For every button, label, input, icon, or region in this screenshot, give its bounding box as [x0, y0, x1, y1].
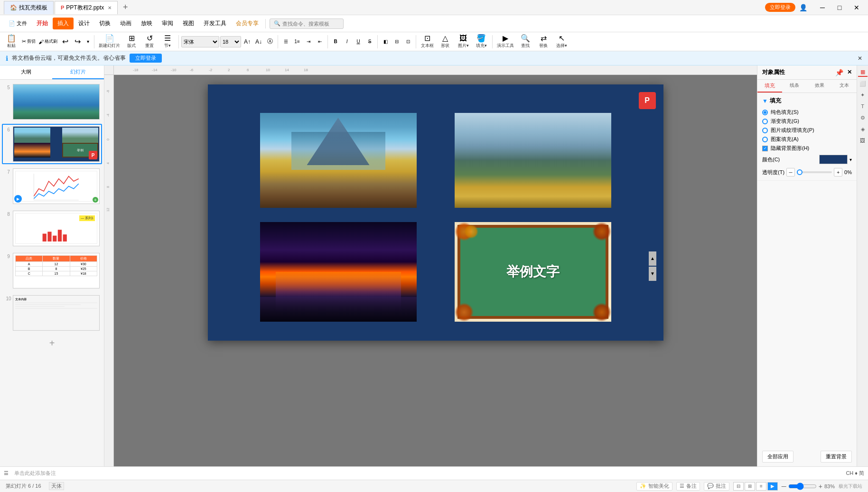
- transparency-plus-button[interactable]: +: [834, 168, 842, 176]
- picture-button[interactable]: 🖼 图片▾: [455, 33, 472, 50]
- transparency-minus-button[interactable]: ─: [786, 168, 795, 176]
- menu-developer[interactable]: 开发工具: [199, 18, 231, 29]
- align-center-button[interactable]: ⊟: [392, 33, 402, 50]
- menu-design[interactable]: 设计: [74, 18, 94, 29]
- view-outline-button[interactable]: ≡: [756, 482, 766, 491]
- comment-button[interactable]: 💬 批注: [704, 482, 729, 491]
- scroll-up-button[interactable]: ▲: [649, 251, 656, 266]
- view-normal-button[interactable]: ⊟: [733, 482, 744, 491]
- infobar-close-button[interactable]: ✕: [858, 55, 862, 62]
- slide-item-9[interactable]: 9 品类 数量 价格 A12¥30 B8¥25 C15¥18: [2, 251, 102, 291]
- find-button[interactable]: 🔍 查找: [517, 33, 534, 50]
- side-icon-fill[interactable]: ▦: [858, 67, 868, 77]
- format-button[interactable]: 🖌 格式刷: [37, 33, 58, 50]
- menu-file[interactable]: 📄 文件: [4, 18, 32, 29]
- side-icon-picture[interactable]: 🖼: [858, 136, 868, 145]
- align-left-button[interactable]: ◧: [380, 33, 391, 50]
- panel-close-button[interactable]: ✕: [847, 69, 852, 76]
- strike-button[interactable]: S: [364, 33, 375, 50]
- add-slide-button[interactable]: +: [2, 335, 102, 352]
- notes-button[interactable]: ☰ 备注: [676, 482, 700, 491]
- slide-scroll-area[interactable]: P: [114, 75, 757, 466]
- slide-canvas[interactable]: P: [208, 84, 663, 341]
- scroll-down-button[interactable]: ▼: [649, 267, 656, 281]
- menu-insert[interactable]: 插入: [53, 18, 74, 29]
- font-grow-button[interactable]: A↑: [242, 33, 252, 50]
- menu-present[interactable]: 放映: [136, 18, 157, 29]
- side-icon-effect[interactable]: ✦: [858, 90, 868, 100]
- undo-button[interactable]: ↩: [59, 33, 71, 50]
- layout-button[interactable]: ⊞ 版式: [123, 33, 140, 50]
- paste-button[interactable]: 📋 粘贴: [3, 33, 20, 50]
- zoom-plus-button[interactable]: +: [819, 483, 822, 490]
- menu-member[interactable]: 会员专享: [231, 18, 263, 29]
- image-city-night[interactable]: [260, 222, 417, 322]
- align-right-button[interactable]: ⊡: [403, 33, 413, 50]
- slide-item-5[interactable]: 5: [2, 82, 102, 122]
- zoom-minus-button[interactable]: ─: [782, 483, 786, 490]
- maximize-button[interactable]: □: [832, 1, 847, 14]
- bullet-button[interactable]: ☰: [280, 33, 291, 50]
- radio-hide-bg[interactable]: ✓ 隐藏背景图形(H): [762, 145, 852, 152]
- minimize-button[interactable]: ─: [815, 1, 830, 14]
- radio-solid-fill[interactable]: 纯色填充(S): [762, 109, 852, 116]
- login-button[interactable]: 立即登录: [765, 3, 795, 12]
- tab-slides[interactable]: 幻灯片: [52, 65, 104, 79]
- panel-tab-effect[interactable]: 效果: [807, 80, 832, 93]
- panel-tab-line[interactable]: 线条: [782, 80, 807, 93]
- shapes-button[interactable]: △ 形状: [437, 33, 454, 50]
- side-icon-text[interactable]: T: [858, 102, 868, 111]
- color-picker[interactable]: ▾: [819, 155, 852, 164]
- side-icon-format[interactable]: ⚙: [858, 113, 868, 122]
- side-icon-line[interactable]: ⬜: [858, 79, 868, 88]
- outdent-button[interactable]: ⇤: [315, 33, 325, 50]
- italic-button[interactable]: I: [342, 33, 352, 50]
- slide-item-8[interactable]: 8 — 系列1: [2, 208, 102, 249]
- radio-gradient-fill[interactable]: 渐变填充(G): [762, 118, 852, 125]
- radio-pattern-fill[interactable]: 图案填充(A): [762, 136, 852, 143]
- tab-close-icon[interactable]: ✕: [108, 5, 112, 10]
- reset-button[interactable]: ↺ 重置: [141, 33, 158, 50]
- indent-button[interactable]: ⇥: [303, 33, 314, 50]
- panel-pin-button[interactable]: 📌: [835, 69, 843, 76]
- fill-button[interactable]: 🪣 填充▾: [473, 33, 490, 50]
- view-present-button[interactable]: ▶: [767, 482, 778, 491]
- tab-file[interactable]: P PPT教程2.pptx ✕: [55, 1, 118, 14]
- more-button[interactable]: ▾: [84, 33, 92, 50]
- lang-indicator[interactable]: CH ♦ 简: [846, 470, 864, 477]
- search-input[interactable]: [282, 21, 339, 27]
- menu-animation[interactable]: 动画: [115, 18, 136, 29]
- textbox-button[interactable]: ⊡ 文本框: [419, 33, 436, 50]
- transparency-slider[interactable]: [797, 171, 832, 173]
- panel-tab-fill[interactable]: 填充: [757, 80, 782, 93]
- menu-home[interactable]: 开始: [32, 18, 53, 29]
- close-button[interactable]: ✕: [849, 1, 864, 14]
- numbering-button[interactable]: 1≡: [292, 33, 302, 50]
- redo-button[interactable]: ↪: [72, 33, 83, 50]
- section-button[interactable]: ☰ 节▾: [159, 33, 176, 50]
- side-icon-3d[interactable]: ◈: [858, 124, 868, 134]
- view-grid-button[interactable]: ⊞: [745, 482, 755, 491]
- note-placeholder[interactable]: 单击此处添加备注: [14, 470, 840, 477]
- slide-item-10[interactable]: 10 文本内容: [2, 293, 102, 333]
- color-dropdown-icon[interactable]: ▾: [849, 157, 852, 162]
- menu-view[interactable]: 视图: [178, 18, 199, 29]
- bold-button[interactable]: B: [330, 33, 341, 50]
- replace-button[interactable]: ⇄ 替换: [535, 33, 552, 50]
- slide-item-7[interactable]: 7 ▶ +: [2, 166, 102, 206]
- tab-home[interactable]: 🏠 找瓦壳模板: [4, 1, 54, 14]
- new-slide-button[interactable]: 📄 新建幻灯片: [97, 33, 122, 50]
- menu-transition[interactable]: 切换: [94, 18, 115, 29]
- smart-beauty-button[interactable]: ✨ 智能美化: [636, 482, 672, 491]
- cut-button[interactable]: ✂ 剪切: [21, 33, 37, 50]
- radio-picture-fill[interactable]: 图片或纹理填充(P): [762, 127, 852, 134]
- tab-outline[interactable]: 大纲: [0, 65, 52, 79]
- present-tools-button[interactable]: ▶ 演示工具: [495, 33, 516, 50]
- select-button[interactable]: ↖ 选择▾: [553, 33, 570, 50]
- image-mountain-lake[interactable]: [260, 113, 417, 208]
- underline-button[interactable]: U: [353, 33, 364, 50]
- new-tab-button[interactable]: +: [119, 1, 132, 14]
- slide-item-6[interactable]: 6 举例 P: [2, 124, 102, 164]
- font-shrink-button[interactable]: A↓: [253, 33, 264, 50]
- clear-format-button[interactable]: Ⓐ: [265, 33, 275, 50]
